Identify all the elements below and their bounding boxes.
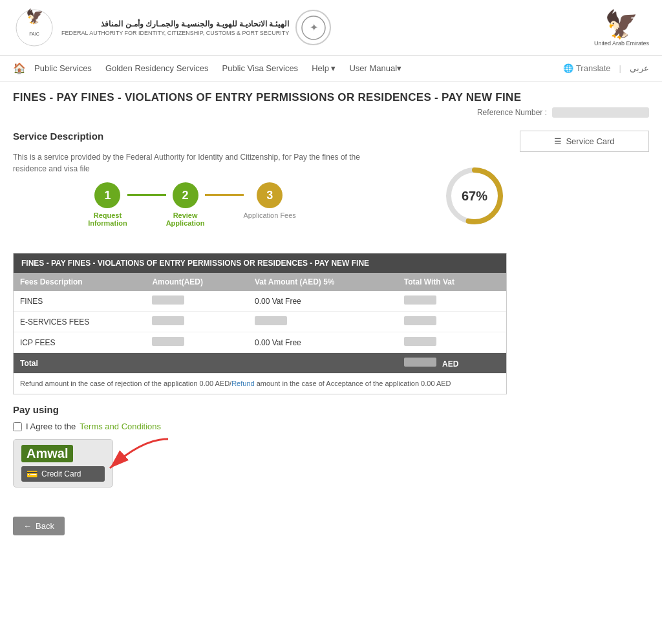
step-3-circle: 3 [257,182,283,208]
page-title: FINES - PAY FINES - VIOLATIONS OF ENTRY … [13,91,649,104]
circle-logo-svg: ✦ [301,15,326,41]
header-left: 🦅 FAIC الهيئـة الاتحاديـة للهويـة والجنس… [13,6,331,48]
circle-logo: ✦ [295,10,331,45]
translate-icon: 🌐 [563,63,573,73]
page-title-bar: FINES - PAY FINES - VIOLATIONS OF ENTRY … [0,81,662,121]
total-vat-empty [248,353,398,374]
eservices-amount [145,312,248,332]
list-icon: ☰ [554,136,562,146]
back-btn-row: ← Back [0,507,662,545]
payment-card-container: Amwal 💳 Credit Card [13,439,113,488]
left-logo: 🦅 FAIC [13,6,55,48]
icp-total [398,332,506,353]
svg-text:FAIC: FAIC [29,32,39,36]
nav-separator: | [619,63,621,73]
back-button[interactable]: ← Back [13,517,65,535]
agree-label: I Agree to the [26,422,76,431]
service-card-button[interactable]: ☰ Service Card [520,131,649,152]
step-3-label: Application Fees [244,211,296,219]
pay-section: Pay using I Agree to the Terms and Condi… [13,404,507,488]
service-description-heading: Service Description [13,131,507,142]
left-logo-svg: 🦅 FAIC [15,8,54,47]
eservices-vat [248,312,398,332]
agree-checkbox[interactable] [13,422,22,431]
reference-value [552,107,649,118]
fees-table-header: Fees Description Amount(AED) Vat Amount … [14,273,506,291]
total-with-currency: AED [398,353,506,374]
steps-area: This is a service provided by the Federa… [13,151,371,240]
progress-steps-row: This is a service provided by the Federa… [13,151,507,240]
translate-button[interactable]: 🌐 Translate [563,63,611,73]
nav-golden-residency[interactable]: Golden Residency Services [100,61,214,76]
content-left: Service Description This is a service pr… [13,131,507,497]
step-2-label: Review Application [166,211,205,227]
pay-title: Pay using [13,404,507,415]
fines-amount [145,291,248,312]
total-amount-empty [145,353,248,374]
nav-bar: 🏠 Public Services Golden Residency Servi… [0,56,662,81]
back-arrow-icon: ← [23,521,32,531]
main-content: Service Description This is a service pr… [0,121,662,507]
svg-text:✦: ✦ [309,22,317,33]
terms-link[interactable]: Terms and Conditions [80,422,161,431]
step-2-circle: 2 [173,182,198,208]
amwal-logo: Amwal [21,445,73,462]
icp-vat: 0.00 Vat Free [248,332,398,353]
reference-row: Reference Number : [13,107,649,118]
refund-link[interactable]: Refund [231,380,254,387]
nav-public-visa[interactable]: Public Visa Services [217,61,304,76]
fines-desc: FINES [14,291,145,312]
col-fees-desc: Fees Description [14,273,145,291]
agree-row: I Agree to the Terms and Conditions [13,422,507,431]
credit-card-row[interactable]: 💳 Credit Card [21,466,105,482]
step-1-label: Request Information [88,211,127,227]
credit-card-label: Credit Card [41,469,81,478]
reference-label: Reference Number : [477,108,547,117]
step-connector-1 [127,194,166,196]
step-2: 2 Review Application [166,182,205,227]
step-1-circle: 1 [94,182,120,208]
icp-desc: ICP FEES [14,332,145,353]
fees-row-icp: ICP FEES 0.00 Vat Free [14,332,506,353]
progress-circle: 67% [442,164,507,228]
col-total: Total With Vat [398,273,506,291]
content-right: ☰ Service Card [520,131,649,497]
nav-user-manual[interactable]: User Manual▾ [344,61,407,76]
svg-text:🦅: 🦅 [25,8,43,25]
progress-area: 67% [390,164,507,228]
amwal-card[interactable]: Amwal 💳 Credit Card [13,439,113,488]
fees-total-row: Total AED [14,353,506,374]
steps-wrapper: 1 Request Information 2 Review Applicati… [13,182,371,227]
total-label: Total [14,353,145,374]
service-desc-text: This is a service provided by the Federa… [13,151,371,175]
header: 🦅 FAIC الهيئـة الاتحاديـة للهويـة والجنس… [0,0,662,56]
col-amount: Amount(AED) [145,273,248,291]
uae-emblem: 🦅 United Arab Emirates [594,8,649,47]
nav-help[interactable]: Help ▾ [306,61,341,76]
step-connector-2 [205,194,244,196]
header-right: 🦅 United Arab Emirates [594,8,649,47]
fines-vat: 0.00 Vat Free [248,291,398,312]
step-3: 3 Application Fees [244,182,296,219]
fees-row-eservices: E-SERVICES FEES [14,312,506,332]
service-description-section: Service Description [13,131,507,142]
fees-table: Fees Description Amount(AED) Vat Amount … [14,273,506,373]
fees-title: FINES - PAY FINES - VIOLATIONS OF ENTRY … [14,253,506,273]
refund-note: Refund amount in the case of rejection o… [14,373,506,394]
eagle-emblem-icon: 🦅 [594,8,649,40]
progress-text: 67% [462,188,487,203]
eservices-desc: E-SERVICES FEES [14,312,145,332]
fees-row-fines: FINES 0.00 Vat Free [14,291,506,312]
authority-name: الهيئـة الاتحاديـة للهويـة والجنسيـة وال… [61,19,289,36]
nav-public-services[interactable]: Public Services [29,61,97,76]
fees-section: FINES - PAY FINES - VIOLATIONS OF ENTRY … [13,253,507,394]
step-1: 1 Request Information [88,182,127,227]
eservices-total [398,312,506,332]
credit-card-icon: 💳 [27,469,37,479]
icp-amount [145,332,248,353]
col-vat: Vat Amount (AED) 5% [248,273,398,291]
nav-right: 🌐 Translate | عربي [563,63,649,73]
home-icon[interactable]: 🏠 [13,62,26,74]
arabic-button[interactable]: عربي [630,63,649,73]
fines-total [398,291,506,312]
